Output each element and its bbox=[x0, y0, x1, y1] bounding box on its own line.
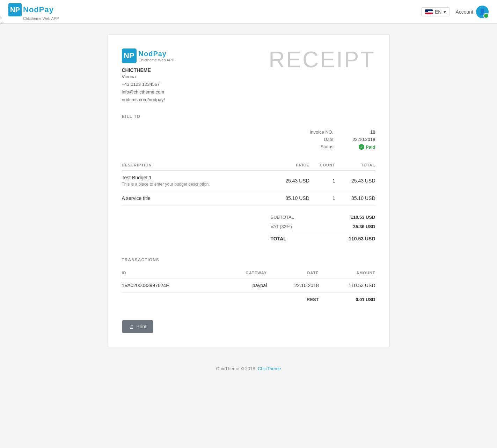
totals-table: SUBTOTAL 110.53 USD VAT (32%) 35.36 USD … bbox=[271, 212, 375, 244]
item-name: A service title bbox=[122, 195, 270, 201]
company-email: info@chictheme.com bbox=[122, 88, 175, 96]
invoice-date-value: 22.10.2018 bbox=[341, 137, 375, 142]
transactions-title: TRANSACTIONS bbox=[122, 257, 375, 262]
vat-label: VAT (32%) bbox=[271, 224, 292, 229]
print-label: Print bbox=[137, 324, 147, 329]
lang-label: EN bbox=[435, 9, 441, 15]
avatar: 👤 bbox=[476, 6, 489, 18]
vat-value: 35.36 USD bbox=[353, 224, 375, 229]
brand-sub: Chictheme Web APP bbox=[23, 16, 59, 21]
totals-section: SUBTOTAL 110.53 USD VAT (32%) 35.36 USD … bbox=[122, 212, 375, 244]
avatar-icon: 👤 bbox=[479, 8, 486, 15]
footer-text: ChicTheme © 2018 ChicTheme bbox=[216, 366, 281, 371]
item-count-cell: 1 bbox=[309, 191, 335, 206]
trans-date: 22.10.2018 bbox=[267, 278, 319, 293]
footer-link[interactable]: ChicTheme bbox=[258, 366, 281, 371]
receipt-brand-sub: Chictheme Web APP bbox=[139, 58, 175, 62]
trans-amount: 110.53 USD bbox=[319, 278, 375, 293]
table-row: Test Budget 1 This is a place to enter y… bbox=[122, 170, 375, 191]
transactions-section: TRANSACTIONS ID GATEWAY DATE AMOUNT 1VA0… bbox=[122, 257, 375, 306]
navbar-right: EN ▾ Account 👤 bbox=[421, 6, 489, 18]
company-logo: NP NodPay Chictheme Web APP CHICTHEME Vi… bbox=[122, 48, 175, 104]
rest-empty-2 bbox=[222, 293, 267, 307]
trans-col-gateway: GATEWAY bbox=[222, 268, 267, 278]
invoice-status-value: ✓ Paid bbox=[341, 144, 375, 150]
invoice-number-row: Invoice NO. 18 bbox=[122, 129, 375, 135]
items-table: DESCRIPTION PRICE COUNT TOTAL Test Budge… bbox=[122, 160, 375, 206]
flag-icon bbox=[425, 9, 433, 14]
receipt-brand-name: NodPay bbox=[139, 50, 175, 58]
company-address: Vienna bbox=[122, 73, 175, 81]
total-label: TOTAL bbox=[271, 236, 286, 241]
receipt-header: NP NodPay Chictheme Web APP CHICTHEME Vi… bbox=[122, 48, 375, 104]
total-value: 110.53 USD bbox=[349, 236, 375, 241]
invoice-date-row: Date 22.10.2018 bbox=[122, 137, 375, 142]
account-label: Account bbox=[455, 9, 473, 15]
footer: ChicTheme © 2018 ChicTheme bbox=[0, 358, 497, 380]
rest-label: REST bbox=[267, 293, 319, 307]
total-row: TOTAL 110.53 USD bbox=[271, 233, 375, 244]
item-name-cell: Test Budget 1 This is a place to enter y… bbox=[122, 170, 270, 191]
invoice-status-label: Status bbox=[285, 144, 341, 150]
account-button[interactable]: Account 👤 bbox=[455, 6, 489, 18]
trans-col-date: DATE bbox=[267, 268, 319, 278]
item-name-cell: A service title bbox=[122, 191, 270, 206]
chevron-down-icon: ▾ bbox=[444, 9, 446, 15]
print-button[interactable]: 🖨 Print bbox=[122, 320, 154, 333]
invoice-date-label: Date bbox=[285, 137, 341, 142]
rest-empty-1 bbox=[122, 293, 222, 307]
item-total-cell: 25.43 USD bbox=[335, 170, 375, 191]
nodpay-logo-icon: NP bbox=[8, 3, 22, 16]
company-website: nodcms.com/nodpay/ bbox=[122, 96, 175, 104]
vat-row: VAT (32%) 35.36 USD bbox=[271, 222, 375, 231]
trans-rest-row: REST 0.01 USD bbox=[122, 293, 375, 307]
col-total: TOTAL bbox=[335, 160, 375, 170]
receipt-title: RECEIPT bbox=[269, 48, 375, 71]
svg-text:NP: NP bbox=[124, 51, 134, 60]
item-name: Test Budget 1 bbox=[122, 175, 270, 180]
invoice-number-value: 18 bbox=[341, 129, 375, 135]
item-description: This is a place to enter your budget des… bbox=[122, 182, 270, 187]
brand-logo: NP NodPay Chictheme Web APP bbox=[8, 3, 59, 21]
trans-col-id: ID bbox=[122, 268, 222, 278]
check-circle-icon: ✓ bbox=[359, 144, 364, 150]
item-price-cell: 85.10 USD bbox=[269, 191, 309, 206]
trans-id: 1VA0200033997624F bbox=[122, 278, 222, 293]
brand: NP NodPay Chictheme Web APP bbox=[8, 3, 59, 21]
item-count-cell: 1 bbox=[309, 170, 335, 191]
print-icon: 🖨 bbox=[129, 324, 134, 329]
brand-name: NodPay bbox=[23, 5, 54, 14]
rest-value: 0.01 USD bbox=[319, 293, 375, 307]
company-logo-icon: NP bbox=[122, 48, 137, 63]
invoice-status-row: Status ✓ Paid bbox=[122, 144, 375, 150]
table-row: A service title 85.10 USD 1 85.10 USD bbox=[122, 191, 375, 206]
trans-header-row: ID GATEWAY DATE AMOUNT bbox=[122, 268, 375, 278]
company-phone: +43 0123 1234567 bbox=[122, 81, 175, 88]
col-count: COUNT bbox=[309, 160, 335, 170]
table-row: 1VA0200033997624F paypal 22.10.2018 110.… bbox=[122, 278, 375, 293]
main-content: NP NodPay Chictheme Web APP CHICTHEME Vi… bbox=[102, 34, 395, 347]
receipt-card: NP NodPay Chictheme Web APP CHICTHEME Vi… bbox=[108, 34, 390, 347]
item-price-cell: 25.43 USD bbox=[269, 170, 309, 191]
transactions-table: ID GATEWAY DATE AMOUNT 1VA0200033997624F… bbox=[122, 268, 375, 306]
company-name: CHICTHEME bbox=[122, 67, 175, 73]
col-price: PRICE bbox=[269, 160, 309, 170]
items-table-header-row: DESCRIPTION PRICE COUNT TOTAL bbox=[122, 160, 375, 170]
item-total-cell: 85.10 USD bbox=[335, 191, 375, 206]
bill-to-label: BILL TO bbox=[122, 114, 375, 119]
col-description: DESCRIPTION bbox=[122, 160, 270, 170]
subtotal-row: SUBTOTAL 110.53 USD bbox=[271, 212, 375, 222]
trans-gateway: paypal bbox=[222, 278, 267, 293]
navbar: NP NodPay Chictheme Web APP EN ▾ Account… bbox=[0, 0, 497, 24]
invoice-number-label: Invoice NO. bbox=[285, 129, 341, 135]
trans-col-amount: AMOUNT bbox=[319, 268, 375, 278]
language-selector[interactable]: EN ▾ bbox=[421, 7, 450, 16]
subtotal-label: SUBTOTAL bbox=[271, 215, 294, 220]
svg-text:NP: NP bbox=[10, 6, 20, 14]
bill-to-section: BILL TO bbox=[122, 114, 375, 119]
invoice-details: Invoice NO. 18 Date 22.10.2018 Status ✓ … bbox=[122, 129, 375, 150]
subtotal-value: 110.53 USD bbox=[351, 215, 375, 220]
